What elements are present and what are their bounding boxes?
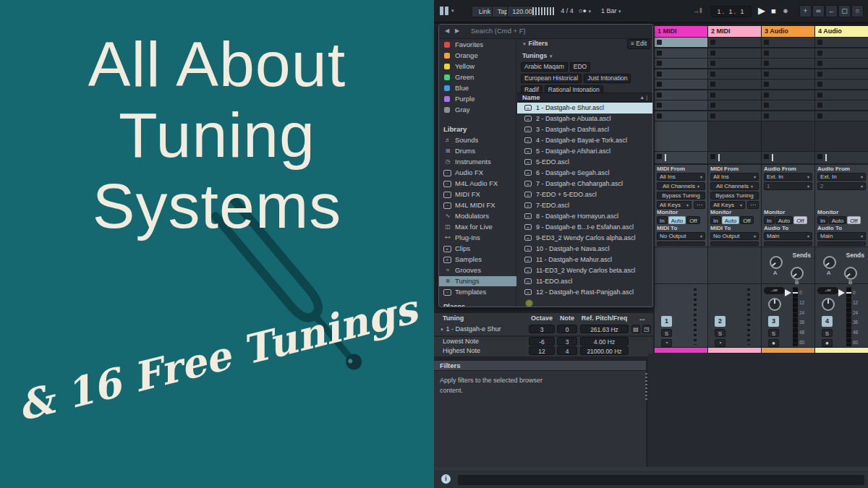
- clip-slot[interactable]: [708, 111, 761, 121]
- filter-tag-european-historical[interactable]: European Historical: [521, 74, 582, 83]
- clip-slot[interactable]: [655, 69, 707, 79]
- volume-fader-handle[interactable]: [785, 289, 791, 296]
- current-note-field[interactable]: 0: [557, 325, 577, 333]
- bypass-tuning-button[interactable]: Bypass Tuning: [657, 192, 705, 200]
- clip-stop-icon[interactable]: [817, 82, 822, 87]
- tuning-file-row[interactable]: ≈4 - Dastgah-e Bayat-e Tork.ascl: [517, 135, 653, 146]
- monitor-option-off[interactable]: Off: [847, 216, 861, 224]
- tuning-file-row[interactable]: ≈12 - Dastgah-e Rast-Panjgah.ascl: [517, 287, 653, 298]
- send-b-knob[interactable]: [844, 267, 857, 280]
- browser-back-icon[interactable]: ◀: [445, 27, 449, 34]
- monitor-option-in[interactable]: In: [764, 216, 775, 224]
- monitor-option-auto[interactable]: Auto: [829, 216, 846, 224]
- tuning-file-row[interactable]: ≈8 - Dastgah-e Homayun.ascl: [517, 211, 653, 222]
- input-routing-dropdown[interactable]: Ext. In▾: [817, 173, 866, 181]
- clip-stop-icon[interactable]: [764, 114, 769, 119]
- sidebar-item-m4l-audio-fx[interactable]: ◦M4L Audio FX: [439, 179, 516, 189]
- clip-slot[interactable]: [762, 59, 814, 68]
- time-signature-field[interactable]: 4 / 4: [554, 6, 580, 16]
- filters-title[interactable]: ▼ Filters: [522, 40, 548, 47]
- filter-tag-just-intonation[interactable]: Just Intonation: [584, 74, 631, 83]
- lowest-freq-field[interactable]: 4.00 Hz: [580, 337, 629, 346]
- tuning-file-row[interactable]: ≈6 - Dastgah-e Segah.ascl: [517, 168, 653, 179]
- clip-slot[interactable]: [815, 90, 868, 100]
- browser-forward-icon[interactable]: ▶: [455, 27, 459, 34]
- stop-all-clips-row[interactable]: [762, 152, 814, 163]
- clip-slot[interactable]: [655, 100, 707, 110]
- monitor-option-in[interactable]: In: [657, 216, 668, 224]
- sidebar-item-instruments[interactable]: ◷Instruments: [439, 157, 516, 167]
- clip-slot[interactable]: [708, 38, 761, 47]
- monitor-option-off[interactable]: Off: [793, 216, 807, 224]
- input-channel-dropdown[interactable]: All Channels▾: [710, 182, 759, 190]
- monitor-option-auto[interactable]: Auto: [668, 216, 686, 224]
- track-number-button[interactable]: 2: [715, 316, 726, 327]
- clip-slot[interactable]: [655, 38, 707, 47]
- search-input[interactable]: Search (Cmd + F): [471, 27, 526, 35]
- arm-button[interactable]: ●: [822, 339, 833, 347]
- clip-slot[interactable]: [762, 38, 814, 47]
- clip-slot[interactable]: [762, 69, 814, 79]
- clip-stop-icon[interactable]: [764, 103, 769, 108]
- stop-all-clips-row[interactable]: [815, 152, 868, 163]
- clip-stop-icon[interactable]: [764, 93, 769, 98]
- track-number-button[interactable]: 4: [822, 316, 833, 327]
- volume-fader-handle[interactable]: [838, 289, 845, 296]
- sidebar-item-clips[interactable]: ▸Clips: [439, 244, 516, 254]
- clip-stop-icon[interactable]: [764, 72, 769, 77]
- clip-stop-icon[interactable]: [817, 61, 822, 66]
- sidebar-item-audio-fx[interactable]: ◦Audio FX: [439, 168, 516, 178]
- clip-stop-icon[interactable]: [817, 51, 822, 56]
- clip-slot[interactable]: [655, 80, 707, 89]
- quantize-menu[interactable]: 1 Bar ▾: [601, 6, 621, 16]
- tuning-file-row[interactable]: ≈9 - Dastgah-e B...t-e Esfahan.ascl: [517, 222, 653, 233]
- filter-tag-edo[interactable]: EDO: [570, 62, 590, 72]
- tuning-file-row[interactable]: ≈2 - Dastgah-e Abuata.ascl: [517, 114, 653, 124]
- track-header[interactable]: 3 Audio: [762, 26, 814, 37]
- clip-slot[interactable]: [815, 69, 868, 79]
- stop-all-clips-row[interactable]: [708, 152, 761, 163]
- sidebar-item-plug-ins[interactable]: ⊷Plug-Ins: [439, 233, 516, 243]
- pan-knob[interactable]: [822, 298, 835, 311]
- arm-button[interactable]: ◔: [661, 339, 672, 347]
- track-header[interactable]: 4 Audio: [815, 26, 868, 37]
- clip-drop-area[interactable]: [815, 121, 868, 151]
- sidebar-item-max-for-live[interactable]: ◫Max for Live: [439, 222, 516, 232]
- clip-slot[interactable]: [708, 59, 761, 68]
- send-a-knob[interactable]: [770, 256, 783, 269]
- tuning-file-row[interactable]: ≈7-EDO + 5-EDO.ascl: [517, 189, 653, 200]
- draw-mode-icon[interactable]: ▢: [838, 5, 851, 17]
- send-b-knob[interactable]: [791, 267, 804, 280]
- clip-stop-icon[interactable]: [817, 103, 822, 108]
- arm-button[interactable]: ◔: [715, 339, 726, 347]
- add-icon[interactable]: +: [799, 5, 812, 17]
- track-header[interactable]: 2 MIDI: [708, 26, 761, 37]
- sidebar-item-sounds[interactable]: ♬Sounds: [439, 135, 516, 145]
- clip-stop-icon[interactable]: [764, 61, 769, 66]
- status-input[interactable]: [458, 475, 864, 485]
- arrangement-position-display[interactable]: 1. 1. 1: [711, 6, 752, 17]
- lowest-octave-field[interactable]: -6: [529, 337, 555, 346]
- edit-filters-button[interactable]: ≡ Edit: [627, 39, 650, 49]
- highest-freq-field[interactable]: 21000.00 Hz: [580, 346, 629, 355]
- send-a-knob[interactable]: [823, 256, 836, 269]
- clip-slot[interactable]: [708, 100, 761, 110]
- track-header[interactable]: 1 MIDI: [655, 26, 707, 37]
- volume-value-display[interactable]: -∞: [817, 287, 838, 294]
- clip-slot[interactable]: [762, 100, 814, 110]
- clip-slot[interactable]: [815, 80, 868, 89]
- clip-slot[interactable]: [708, 90, 761, 100]
- clip-slot[interactable]: [815, 38, 868, 47]
- clip-slot[interactable]: [762, 80, 814, 89]
- panel-resize-handle[interactable]: [645, 373, 647, 402]
- arm-button[interactable]: ●: [768, 339, 779, 347]
- tuning-file-row[interactable]: ≈1 - Dastgah-e Shur.ascl: [517, 103, 653, 114]
- tuning-file-row[interactable]: ≈7 - Dastgah-e Chahargah.ascl: [517, 179, 653, 189]
- clip-stop-icon[interactable]: [817, 40, 822, 45]
- groove-amount-icon[interactable]: [532, 7, 542, 15]
- clip-slot[interactable]: [762, 111, 814, 121]
- clip-stop-icon[interactable]: [817, 93, 822, 98]
- keys-more-button[interactable]: ⋯: [694, 201, 705, 209]
- current-tuning-selector[interactable]: ▼ 1 - Dastgah-e Shur: [440, 325, 501, 333]
- sidebar-item-favorites[interactable]: Favorites: [439, 40, 516, 50]
